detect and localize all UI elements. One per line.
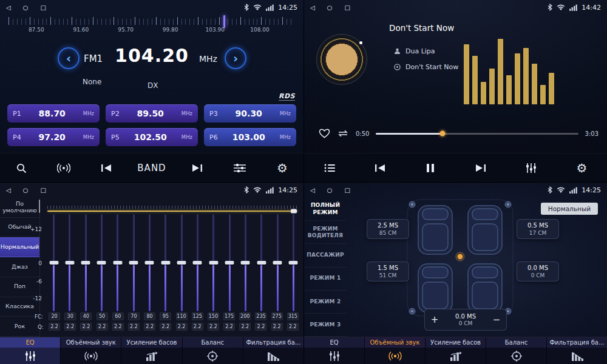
progress-knob[interactable]	[440, 131, 446, 136]
audio-tab-bass[interactable]: Усиление басов	[121, 337, 182, 364]
delay-chip-rear-right[interactable]: 0.0 MS 0 CM	[517, 261, 559, 281]
eq-band-slider[interactable]	[49, 214, 59, 311]
audio-tab-balance[interactable]: Баланс	[486, 337, 547, 364]
audio-tab-filter[interactable]: Фильтрация ба...	[547, 337, 607, 364]
band-button[interactable]: BAND	[137, 163, 166, 174]
listening-mode-item[interactable]: РЕЖИМ ВОДИТЕЛЯ	[304, 221, 347, 244]
eq-band-slider[interactable]	[81, 214, 91, 311]
audio-tab-surround[interactable]: Объёмный звук	[365, 337, 426, 364]
eq-band-handle[interactable]	[161, 261, 170, 265]
eq-band-handle[interactable]	[129, 261, 138, 265]
visualizer-bar	[532, 64, 537, 104]
preset-id: P6	[209, 133, 218, 141]
eq-band-slider[interactable]	[112, 214, 123, 311]
nav-back-icon[interactable]: ◁	[6, 187, 11, 194]
equalizer-button[interactable]	[520, 163, 543, 174]
audio-tab-eq[interactable]: EQ	[0, 337, 61, 364]
settings-gear-icon[interactable]: ⚙	[271, 162, 294, 174]
eq-band-slider[interactable]	[97, 214, 107, 311]
next-station-button[interactable]	[186, 164, 209, 172]
favorite-button[interactable]	[319, 129, 330, 138]
radio-preset-p5[interactable]: P5102.50MHz	[106, 128, 198, 146]
audio-tab-balance[interactable]: Баланс	[183, 337, 243, 364]
eq-band-slider[interactable]	[129, 214, 139, 311]
delay-increase-button[interactable]: +	[425, 314, 444, 325]
nav-recents-icon[interactable]: □	[40, 4, 46, 11]
nav-home-icon[interactable]: ○	[327, 187, 333, 194]
next-track-button[interactable]	[469, 164, 492, 172]
eq-band-handle[interactable]	[113, 261, 122, 265]
master-slider-handle[interactable]	[291, 209, 297, 214]
eq-band-handle[interactable]	[257, 261, 266, 265]
nav-home-icon[interactable]: ○	[327, 4, 333, 11]
listening-mode-item[interactable]: РЕЖИМ 3	[304, 314, 347, 337]
nav-recents-icon[interactable]: □	[344, 4, 350, 11]
eq-band-handle[interactable]	[193, 261, 202, 265]
eq-band-slider[interactable]	[160, 214, 171, 311]
delay-chip-front-left[interactable]: 2.5 MS 85 CM	[367, 219, 409, 239]
broadcast-button[interactable]	[52, 163, 75, 173]
eq-band-handle[interactable]	[209, 261, 218, 265]
settings-gear-icon[interactable]: ⚙	[570, 162, 593, 174]
audio-tab-eq[interactable]: EQ	[304, 337, 365, 364]
repeat-button[interactable]	[337, 129, 349, 138]
nav-home-icon[interactable]: ○	[23, 4, 29, 11]
delay-decrease-button[interactable]: −	[487, 314, 506, 325]
eq-band-handle[interactable]	[145, 261, 154, 265]
scan-button[interactable]	[10, 163, 33, 174]
nav-back-icon[interactable]: ◁	[310, 187, 315, 194]
playlist-button[interactable]	[318, 164, 341, 172]
radio-preset-p3[interactable]: P390.30MHz	[204, 104, 296, 123]
eq-band-slider[interactable]	[240, 214, 251, 311]
listening-mode-item[interactable]: РЕЖИМ 1	[304, 268, 347, 291]
eq-band-handle[interactable]	[65, 261, 74, 265]
radio-preset-p1[interactable]: P188.70MHz	[7, 104, 100, 123]
nav-back-icon[interactable]: ◁	[6, 4, 11, 11]
progress-track[interactable]	[376, 133, 578, 135]
pause-button[interactable]	[419, 163, 442, 173]
sound-profile-button[interactable]: Нормальный	[541, 203, 598, 215]
nav-recents-icon[interactable]: □	[344, 187, 350, 194]
eq-band-handle[interactable]	[49, 261, 58, 265]
eq-band-slider[interactable]	[225, 214, 235, 311]
nav-recents-icon[interactable]: □	[40, 187, 46, 194]
eq-band-slider[interactable]	[177, 214, 187, 311]
audio-tab-surround[interactable]: Объёмный звук	[61, 337, 121, 364]
master-level-slider[interactable]	[47, 206, 297, 214]
listening-mode-item[interactable]: ПОЛНЫЙ РЕЖИМ	[304, 198, 347, 221]
prev-station-button[interactable]	[95, 164, 118, 172]
eq-band-slider[interactable]	[192, 214, 203, 311]
audio-settings-button[interactable]	[228, 163, 251, 173]
frequency-ruler[interactable]: 87.5091.6095.7099.80103.90108.00	[8, 17, 295, 38]
nav-back-icon[interactable]: ◁	[310, 4, 315, 11]
eq-band-handle[interactable]	[225, 261, 234, 265]
listening-mode-item[interactable]: ПАССАЖИР	[304, 244, 347, 267]
eq-band-slider[interactable]	[64, 214, 75, 311]
radio-preset-p4[interactable]: P497.20MHz	[7, 128, 100, 146]
radio-preset-p2[interactable]: P289.50MHz	[106, 104, 198, 123]
eq-band-handle[interactable]	[289, 261, 298, 265]
radio-preset-p6[interactable]: P6103.00MHz	[204, 128, 296, 146]
eq-band-slider[interactable]	[208, 214, 219, 311]
audio-tab-filter[interactable]: Фильтрация ба...	[243, 337, 304, 364]
delay-chip-rear-left[interactable]: 1.5 MS 51 CM	[367, 261, 409, 281]
delay-chip-front-right[interactable]: 0.5 MS 17 CM	[517, 219, 559, 239]
current-frequency: 104.20	[114, 45, 189, 66]
eq-band-handle[interactable]	[241, 261, 250, 265]
eq-band-handle[interactable]	[81, 261, 90, 265]
eq-band-slider[interactable]	[288, 214, 299, 311]
freq-pointer[interactable]	[223, 15, 225, 28]
listening-mode-item[interactable]: РЕЖИМ 2	[304, 291, 347, 314]
eq-preset-item[interactable]: Рок	[0, 317, 39, 337]
tune-up-button[interactable]: ›	[225, 47, 246, 69]
audio-tab-bass[interactable]: Усиление басов	[426, 337, 486, 364]
eq-band-handle[interactable]	[177, 261, 186, 265]
eq-band-slider[interactable]	[144, 214, 155, 311]
prev-track-button[interactable]	[368, 164, 392, 172]
eq-band-handle[interactable]	[273, 261, 282, 265]
eq-band-slider[interactable]	[256, 214, 266, 311]
tune-down-button[interactable]: ‹	[58, 47, 80, 69]
eq-band-slider[interactable]	[273, 214, 283, 311]
eq-band-handle[interactable]	[97, 261, 106, 265]
nav-home-icon[interactable]: ○	[23, 187, 29, 194]
